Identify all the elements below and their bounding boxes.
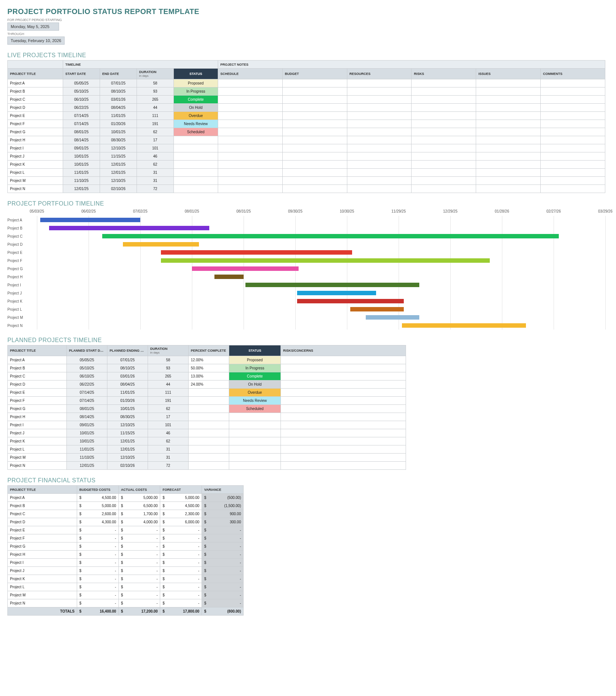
cell-status[interactable]: Overdue <box>229 389 281 397</box>
cell-risks[interactable] <box>412 136 476 144</box>
cell-resources[interactable] <box>347 79 412 87</box>
cell-risks[interactable] <box>412 169 476 177</box>
cell-title[interactable]: Project E <box>8 389 67 397</box>
cell-status[interactable] <box>229 429 281 437</box>
cell-actual[interactable]: - <box>125 534 160 542</box>
cell-end[interactable]: 12/01/25 <box>107 437 148 445</box>
cell-resources[interactable] <box>347 161 412 169</box>
cell-title[interactable]: Project L <box>8 445 67 454</box>
cell-start[interactable]: 12/01/25 <box>63 185 100 193</box>
cell-risks[interactable] <box>412 104 476 112</box>
cell-end[interactable]: 11/01/25 <box>100 112 137 120</box>
cell-start[interactable]: 08/14/25 <box>67 413 107 421</box>
cell-risks[interactable] <box>281 413 406 421</box>
cell-actual[interactable]: 4,000.00 <box>125 518 160 526</box>
cell-status[interactable] <box>174 152 218 161</box>
cell-issues[interactable] <box>476 87 541 96</box>
cell-forecast[interactable]: 5,000.00 <box>167 494 202 502</box>
cell-percent[interactable]: 50.00% <box>189 364 229 372</box>
cell-actual[interactable]: - <box>125 575 160 583</box>
cell-end[interactable]: 12/01/25 <box>107 445 148 454</box>
cell-title[interactable]: Project K <box>8 161 63 169</box>
cell-percent[interactable] <box>189 437 229 445</box>
cell-budgeted[interactable]: - <box>84 567 118 575</box>
cell-start[interactable]: 07/14/25 <box>63 112 100 120</box>
cell-start[interactable]: 06/22/25 <box>67 380 107 389</box>
cell-risks[interactable] <box>412 112 476 120</box>
cell-percent[interactable] <box>189 445 229 454</box>
cell-budget[interactable] <box>282 104 347 112</box>
cell-budgeted[interactable]: - <box>84 542 118 551</box>
cell-resources[interactable] <box>347 104 412 112</box>
cell-status[interactable]: Complete <box>229 372 281 380</box>
cell-end[interactable]: 08/10/25 <box>107 364 148 372</box>
cell-end[interactable]: 08/04/25 <box>100 104 137 112</box>
cell-comments[interactable] <box>541 120 605 128</box>
cell-start[interactable]: 11/01/25 <box>67 445 107 454</box>
cell-schedule[interactable] <box>218 120 283 128</box>
cell-budgeted[interactable]: - <box>84 599 118 607</box>
cell-end[interactable]: 12/01/25 <box>100 161 137 169</box>
cell-comments[interactable] <box>541 136 605 144</box>
cell-comments[interactable] <box>541 144 605 152</box>
cell-risks[interactable] <box>412 96 476 104</box>
cell-budget[interactable] <box>282 128 347 136</box>
cell-risks[interactable] <box>412 161 476 169</box>
cell-title[interactable]: Project E <box>8 526 77 534</box>
cell-title[interactable]: Project A <box>8 79 63 87</box>
cell-schedule[interactable] <box>218 161 283 169</box>
cell-status[interactable]: Complete <box>174 96 218 104</box>
period-through-value[interactable]: Tuesday, February 10, 2026 <box>7 37 65 45</box>
cell-end[interactable]: 12/10/25 <box>100 144 137 152</box>
cell-actual[interactable]: 6,500.00 <box>125 502 160 510</box>
cell-title[interactable]: Project B <box>8 364 67 372</box>
cell-title[interactable]: Project I <box>8 559 77 567</box>
cell-start[interactable]: 10/01/25 <box>63 152 100 161</box>
cell-status[interactable] <box>229 413 281 421</box>
cell-title[interactable]: Project K <box>8 575 77 583</box>
cell-end[interactable]: 12/10/25 <box>107 454 148 462</box>
cell-resources[interactable] <box>347 177 412 185</box>
cell-status[interactable] <box>229 421 281 429</box>
cell-schedule[interactable] <box>218 96 283 104</box>
cell-end[interactable]: 02/10/26 <box>107 462 148 470</box>
cell-title[interactable]: Project H <box>8 413 67 421</box>
cell-resources[interactable] <box>347 152 412 161</box>
cell-risks[interactable] <box>281 405 406 413</box>
cell-start[interactable]: 06/10/25 <box>63 96 100 104</box>
cell-actual[interactable]: 5,000.00 <box>125 494 160 502</box>
cell-status[interactable] <box>174 161 218 169</box>
cell-end[interactable]: 02/10/26 <box>100 185 137 193</box>
cell-status[interactable]: Overdue <box>174 112 218 120</box>
cell-budgeted[interactable]: 4,500.00 <box>84 494 118 502</box>
cell-budget[interactable] <box>282 120 347 128</box>
cell-percent[interactable] <box>189 413 229 421</box>
cell-title[interactable]: Project H <box>8 551 77 559</box>
cell-issues[interactable] <box>476 185 541 193</box>
cell-title[interactable]: Project D <box>8 104 63 112</box>
cell-comments[interactable] <box>541 161 605 169</box>
cell-issues[interactable] <box>476 96 541 104</box>
cell-budget[interactable] <box>282 79 347 87</box>
cell-percent[interactable] <box>189 462 229 470</box>
cell-title[interactable]: Project J <box>8 567 77 575</box>
cell-resources[interactable] <box>347 120 412 128</box>
cell-title[interactable]: Project D <box>8 518 77 526</box>
cell-title[interactable]: Project M <box>8 177 63 185</box>
cell-budget[interactable] <box>282 87 347 96</box>
cell-title[interactable]: Project N <box>8 185 63 193</box>
cell-percent[interactable] <box>189 454 229 462</box>
cell-end[interactable]: 07/01/25 <box>107 356 148 364</box>
cell-start[interactable]: 07/14/25 <box>63 120 100 128</box>
cell-issues[interactable] <box>476 79 541 87</box>
cell-status[interactable]: Needs Review <box>229 397 281 405</box>
cell-resources[interactable] <box>347 185 412 193</box>
cell-end[interactable]: 07/01/25 <box>100 79 137 87</box>
cell-end[interactable]: 03/01/26 <box>107 372 148 380</box>
cell-issues[interactable] <box>476 112 541 120</box>
cell-actual[interactable]: - <box>125 559 160 567</box>
cell-risks[interactable] <box>281 364 406 372</box>
cell-budget[interactable] <box>282 136 347 144</box>
cell-risks[interactable] <box>281 389 406 397</box>
cell-budgeted[interactable]: - <box>84 591 118 599</box>
